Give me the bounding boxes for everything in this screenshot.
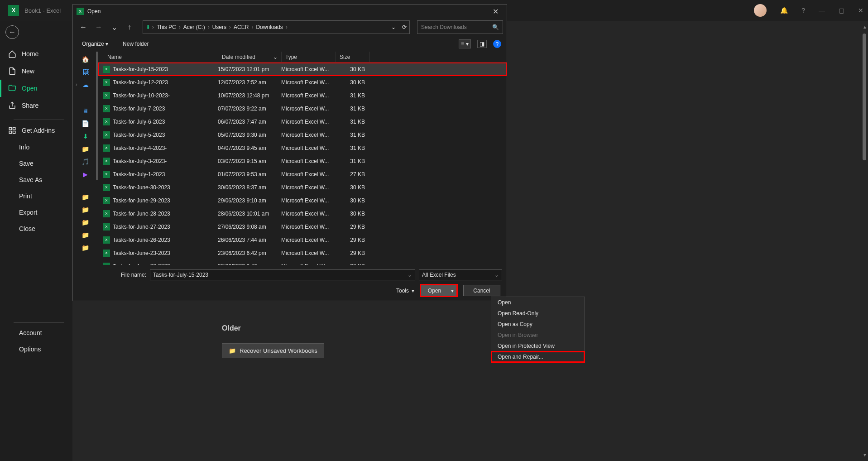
breadcrumb-segment[interactable]: Downloads: [254, 24, 284, 30]
breadcrumb-segment[interactable]: Users: [211, 24, 228, 30]
chevron-down-icon[interactable]: ⌄: [391, 24, 396, 30]
menu-item[interactable]: Open in Protected View: [491, 341, 585, 351]
user-avatar[interactable]: [754, 4, 767, 17]
file-date: 27/06/2023 9:08 am: [218, 224, 281, 230]
download-location-icon: ⬇: [146, 24, 150, 30]
file-row[interactable]: XTasks-for-June-30-202330/06/2023 8:37 a…: [98, 181, 507, 194]
breadcrumb-segment[interactable]: ACER: [232, 24, 250, 30]
sidebar-item-print[interactable]: Print: [0, 188, 72, 204]
file-row[interactable]: XTasks-for-June-28-202328/06/2023 10:01 …: [98, 207, 507, 220]
recover-unsaved-button[interactable]: 📁 Recover Unsaved Workbooks: [222, 343, 324, 358]
scrollbar-thumb[interactable]: [863, 34, 866, 160]
folder-icon[interactable]: 📁: [81, 206, 90, 214]
help-icon[interactable]: ?: [493, 40, 501, 48]
folder-icon[interactable]: 📁: [81, 231, 90, 239]
notifications-icon[interactable]: 🔔: [780, 7, 788, 14]
sidebar-item-share[interactable]: Share: [0, 97, 72, 114]
help-icon[interactable]: ?: [801, 7, 805, 14]
sidebar-item-addins[interactable]: Get Add-ins: [0, 122, 72, 139]
excel-app-icon: X: [8, 5, 19, 16]
column-header-size[interactable]: Size: [336, 52, 370, 62]
preview-pane-button[interactable]: ◨: [477, 40, 487, 48]
file-row[interactable]: XTasks-for-June-22-202322/06/2023 9:46 a…: [98, 259, 507, 265]
sidebar-item-new[interactable]: New: [0, 62, 72, 80]
search-input[interactable]: Search Downloads 🔍: [417, 20, 503, 34]
file-row[interactable]: XTasks-for-June-26-202326/06/2023 7:44 a…: [98, 233, 507, 246]
sidebar-item-account[interactable]: Account: [0, 325, 72, 341]
column-header-date[interactable]: Date modified ⌄: [218, 52, 282, 62]
minimize-icon[interactable]: —: [819, 7, 825, 14]
nav-up-button[interactable]: ↑: [123, 21, 136, 34]
breadcrumb-bar[interactable]: ⬇ › This PC › Acer (C:) › Users › ACER ›…: [143, 20, 410, 34]
file-row[interactable]: XTasks-for-June-29-202329/06/2023 9:10 a…: [98, 194, 507, 207]
sidebar-item-options[interactable]: Options: [0, 341, 72, 357]
breadcrumb-separator: ›: [250, 24, 254, 30]
sidebar-item-info[interactable]: Info: [0, 139, 72, 155]
file-row[interactable]: XTasks-for-July-3-2023-03/07/2023 9:15 a…: [98, 154, 507, 168]
nav-back-button[interactable]: ←: [77, 21, 90, 34]
file-row[interactable]: XTasks-for-July-6-202306/07/2023 7:47 am…: [98, 115, 507, 128]
breadcrumb-separator: ›: [285, 24, 288, 30]
file-type: Microsoft Excel W...: [281, 92, 335, 99]
videos-icon[interactable]: ▶: [81, 170, 90, 178]
expand-icon[interactable]: ›: [76, 82, 77, 87]
scrollbar-track[interactable]: ▲ ▼: [863, 24, 867, 457]
sidebar-item-close[interactable]: Close: [0, 221, 72, 237]
sidebar-scrollbar[interactable]: [96, 52, 98, 180]
nav-history-button[interactable]: ⌄: [107, 21, 121, 34]
file-row[interactable]: XTasks-for-June-23-202323/06/2023 6:42 p…: [98, 246, 507, 259]
chevron-down-icon[interactable]: ⌄: [408, 272, 412, 278]
menu-item[interactable]: Open as Copy: [491, 319, 585, 330]
sidebar-item-saveas[interactable]: Save As: [0, 172, 72, 188]
column-header-type[interactable]: Type: [282, 52, 336, 62]
file-row[interactable]: XTasks-for-July-4-2023-04/07/2023 9:45 a…: [98, 141, 507, 154]
documents-icon[interactable]: 📄: [81, 120, 90, 128]
view-mode-button[interactable]: ≡ ▾: [459, 39, 471, 48]
file-row[interactable]: XTasks-for-July-7-202307/07/2023 9:22 am…: [98, 102, 507, 115]
onedrive-icon[interactable]: ☁: [81, 81, 90, 89]
file-row[interactable]: XTasks-for-July-1-202301/07/2023 9:53 am…: [98, 168, 507, 181]
file-row[interactable]: XTasks-for-July-5-202305/07/2023 9:30 am…: [98, 128, 507, 141]
filetype-select[interactable]: All Excel Files ⌄: [419, 269, 502, 280]
sidebar-item-save[interactable]: Save: [0, 155, 72, 172]
music-icon[interactable]: 🎵: [81, 158, 90, 166]
sidebar-item-open[interactable]: Open: [0, 80, 72, 97]
home-quickaccess-icon[interactable]: 🏠: [81, 55, 90, 63]
refresh-icon[interactable]: ⟳: [402, 24, 407, 30]
tools-button[interactable]: Tools ▾: [396, 288, 414, 294]
gallery-icon[interactable]: 🖼: [81, 68, 90, 76]
filename-input[interactable]: Tasks-for-July-15-2023 ⌄: [150, 269, 415, 280]
folder-icon[interactable]: 📁: [81, 218, 90, 226]
file-row[interactable]: XTasks-for-July-10-2023-10/07/2023 12:48…: [98, 89, 507, 102]
file-row[interactable]: XTasks-for-June-27-202327/06/2023 9:08 a…: [98, 220, 507, 233]
open-button[interactable]: Open: [421, 285, 448, 296]
new-folder-button[interactable]: New folder: [119, 39, 152, 49]
xlsx-file-icon: X: [103, 197, 110, 204]
back-button[interactable]: ←: [5, 25, 19, 39]
breadcrumb-segment[interactable]: This PC: [155, 24, 178, 30]
menu-item[interactable]: Open: [491, 297, 585, 308]
downloads-icon[interactable]: ⬇: [81, 132, 90, 140]
nav-forward-button[interactable]: →: [92, 21, 106, 34]
file-row[interactable]: XTasks-for-July-12-202312/07/2023 7:52 a…: [98, 76, 507, 89]
xlsx-file-icon: X: [103, 223, 110, 230]
menu-item[interactable]: Open Read-Only: [491, 308, 585, 319]
desktop-icon[interactable]: 🖥: [81, 107, 90, 115]
organize-button[interactable]: Organize ▾: [78, 39, 112, 49]
folder-icon[interactable]: 📁: [81, 244, 90, 252]
open-dropdown-button[interactable]: ▾: [448, 285, 457, 296]
pictures-icon[interactable]: 📁: [81, 145, 90, 153]
file-row[interactable]: XTasks-for-July-15-202315/07/2023 12:01 …: [98, 62, 507, 76]
column-header-name[interactable]: Name: [98, 52, 218, 62]
breadcrumb-segment[interactable]: Acer (C:): [182, 24, 207, 30]
file-icon-cell: X: [103, 79, 113, 86]
maximize-icon[interactable]: ▢: [839, 7, 844, 14]
sidebar-item-home[interactable]: Home: [0, 45, 72, 62]
cancel-button[interactable]: Cancel: [463, 285, 500, 296]
sidebar-item-export[interactable]: Export: [0, 204, 72, 221]
menu-item[interactable]: Open and Repair...: [491, 351, 585, 362]
chevron-down-icon[interactable]: ⌄: [494, 272, 499, 278]
close-icon[interactable]: ✕: [858, 7, 863, 14]
folder-icon[interactable]: 📁: [81, 193, 90, 201]
dialog-close-button[interactable]: ✕: [488, 6, 503, 17]
